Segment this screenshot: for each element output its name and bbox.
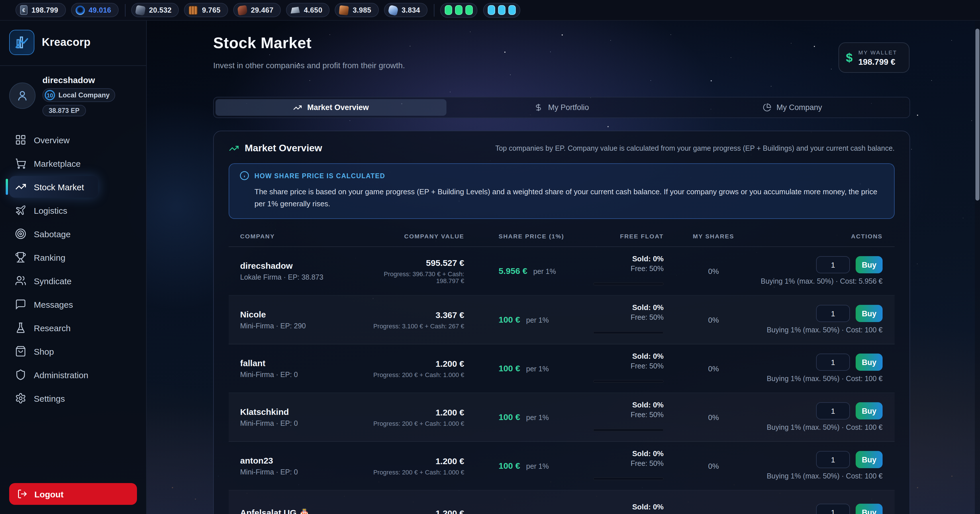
tab-my-company[interactable]: My Company: [677, 99, 908, 116]
sold-percent: Sold: 0%: [579, 503, 663, 511]
buy-cost-note: Buying 1% (max. 50%) · Cost: 5.956 €: [756, 278, 883, 286]
sold-percent: Sold: 0%: [579, 303, 663, 312]
resource-copper[interactable]: 3.985: [335, 3, 379, 17]
wallet-card: $ MY WALLET 198.799 €: [838, 42, 910, 73]
buy-button[interactable]: Buy: [856, 305, 883, 322]
my-shares-value: 0%: [708, 267, 719, 275]
sidebar-item-overview[interactable]: Overview: [9, 129, 137, 151]
sidebar-item-messages[interactable]: Messages: [9, 293, 137, 315]
logout-button[interactable]: Logout: [9, 483, 137, 505]
company-name: Apfelsalat UG 🎂: [240, 508, 361, 514]
sold-percent: Sold: 0%: [579, 352, 663, 360]
info-title: HOW SHARE PRICE IS CALCULATED: [255, 172, 385, 179]
sidebar-item-label: Ranking: [34, 252, 65, 262]
buy-button[interactable]: Buy: [856, 504, 883, 514]
buy-button[interactable]: Buy: [856, 403, 883, 420]
share-price: 100 €: [499, 363, 520, 373]
resource-copper-ore[interactable]: 29.467: [233, 3, 281, 17]
resource-copper-ore-value: 29.467: [251, 6, 274, 14]
company-value: 1.200 €: [361, 508, 464, 514]
tab-my-portfolio[interactable]: My Portfolio: [446, 99, 677, 116]
resource-iron-ore[interactable]: 20.532: [131, 3, 179, 17]
quantity-input[interactable]: [816, 256, 850, 274]
dollar-icon: $: [846, 51, 853, 64]
topbar-divider: [125, 4, 126, 16]
company-value: 1.200 €: [361, 456, 464, 466]
sidebar-item-marketplace[interactable]: Marketplace: [9, 153, 137, 174]
resource-credits[interactable]: 49.016: [71, 3, 119, 17]
resource-crystal[interactable]: 3.834: [384, 3, 428, 17]
resource-topbar: € 198.799 49.016 20.532 9.765 29.467 4.6…: [0, 0, 980, 21]
sidebar-item-stock-market[interactable]: Stock Market: [9, 176, 98, 198]
trending-up-icon: [15, 181, 26, 193]
sidebar-item-label: Sabotage: [34, 229, 70, 239]
buy-button[interactable]: Buy: [856, 256, 883, 274]
share-price-unit: per 1%: [526, 414, 549, 422]
float-progress-bar: [593, 477, 663, 480]
table-row: direcshadow Lokale Firma · EP: 38.873 59…: [229, 247, 895, 296]
sidebar-item-label: Stock Market: [34, 182, 84, 192]
share-price-unit: per 1%: [526, 365, 549, 373]
free-percent: Free: 50%: [579, 411, 663, 419]
username: direcshadow: [42, 75, 116, 85]
sidebar-item-logistics[interactable]: Logistics: [9, 199, 137, 221]
page-scrollbar[interactable]: [975, 21, 980, 514]
table-row: Klatschkind Mini-Firma · EP: 0 1.200 € P…: [229, 393, 895, 442]
sidebar-item-research[interactable]: Research: [9, 317, 137, 339]
sidebar-item-administration[interactable]: Administration: [9, 364, 137, 386]
page-title: Stock Market: [213, 34, 312, 52]
resource-silver[interactable]: 4.650: [286, 3, 330, 17]
page-subtitle: Invest in other companies and profit fro…: [213, 61, 405, 70]
tab-label: My Company: [776, 103, 822, 112]
quantity-input[interactable]: [816, 403, 850, 420]
quantity-input[interactable]: [816, 504, 850, 514]
tab-market-overview[interactable]: Market Overview: [215, 99, 446, 116]
company-value-detail: Progress: 396.730 € + Cash: 198.797 €: [361, 271, 464, 284]
sidebar-item-ranking[interactable]: Ranking: [9, 247, 137, 268]
my-shares-value: 0%: [708, 364, 719, 373]
shopping-bag-icon: [15, 345, 26, 357]
buy-button[interactable]: Buy: [856, 354, 883, 371]
quantity-input[interactable]: [816, 354, 850, 371]
company-value-detail: Progress: 200 € + Cash: 1.000 €: [361, 420, 464, 427]
buy-cost-note: Buying 1% (max. 50%) · Cost: 100 €: [756, 326, 883, 334]
company-value: 595.527 €: [361, 258, 464, 267]
resource-crystal-value: 3.834: [402, 6, 420, 14]
my-shares-value: 0%: [708, 316, 719, 324]
table-row: Nicole Mini-Firma · EP: 290 3.367 € Prog…: [229, 296, 895, 344]
col-my-shares: MY SHARES: [671, 232, 756, 240]
share-price: 100 €: [499, 315, 520, 324]
quantity-input[interactable]: [816, 305, 850, 322]
resource-cash[interactable]: € 198.799: [16, 3, 65, 17]
resource-silver-value: 4.650: [304, 6, 322, 14]
panel-title: Market Overview: [229, 143, 322, 154]
stock-tabs: Market Overview My Portfolio My Company: [213, 97, 910, 118]
panel-description: Top companies by EP. Company value is ca…: [495, 145, 895, 153]
status-group-green[interactable]: [440, 3, 477, 18]
cyan-status-dot: [508, 5, 516, 15]
credits-icon: [75, 5, 84, 14]
sidebar-item-shop[interactable]: Shop: [9, 341, 137, 362]
my-shares-value: 0%: [708, 413, 719, 422]
sidebar-item-label: Syndicate: [34, 276, 72, 286]
buy-cost-note: Buying 1% (max. 50%) · Cost: 100 €: [756, 473, 883, 481]
green-status-dot: [445, 5, 452, 15]
pie-chart-icon: [763, 103, 772, 112]
scrollbar-thumb[interactable]: [975, 29, 979, 201]
kreacorp-logo-icon: [9, 30, 34, 55]
sidebar-item-sabotage[interactable]: Sabotage: [9, 223, 137, 245]
company-meta: Lokale Firma · EP: 38.873: [240, 273, 361, 282]
free-percent: Free: 50%: [579, 362, 663, 370]
green-status-dot: [455, 5, 463, 15]
market-overview-panel: Market Overview Top companies by EP. Com…: [213, 130, 910, 514]
resource-crate[interactable]: 9.765: [184, 3, 228, 17]
status-group-cyan[interactable]: [483, 3, 520, 18]
brand[interactable]: Kreacorp: [0, 21, 146, 66]
sold-percent: Sold: 0%: [579, 255, 663, 263]
quantity-input[interactable]: [816, 451, 850, 468]
crate-icon: [189, 5, 198, 14]
sidebar-item-settings[interactable]: Settings: [9, 387, 137, 409]
sidebar-item-label: Marketplace: [34, 158, 81, 168]
buy-button[interactable]: Buy: [856, 451, 883, 468]
sidebar-item-syndicate[interactable]: Syndicate: [9, 270, 137, 292]
